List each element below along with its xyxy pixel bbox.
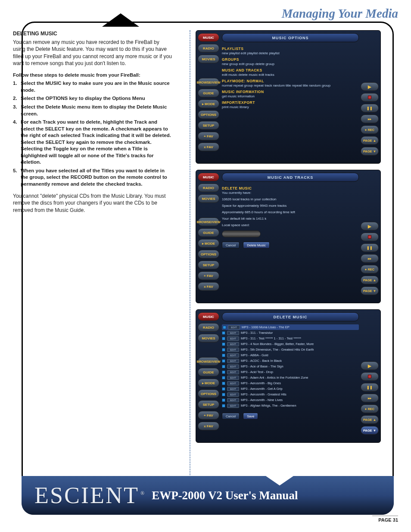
pause-button[interactable]: ❚❚ (361, 243, 379, 252)
pause-button[interactable]: ❚❚ (361, 383, 379, 392)
edit-button[interactable]: EDIT (227, 398, 239, 402)
tab-x-fav[interactable]: x FAV (198, 282, 219, 291)
tab-mode[interactable]: ▸ MODE (198, 239, 219, 248)
tab-mode[interactable]: ▸ MODE (198, 379, 219, 387)
checkbox-icon[interactable] (222, 337, 225, 340)
tab-mode[interactable]: ▸ MODE (198, 100, 219, 108)
page-down-button[interactable]: PAGE ▼ (361, 286, 379, 295)
track-row[interactable]: EDITMP3 - 311 - Test ****** 1 - 311 - Te… (222, 336, 359, 341)
checkbox-icon[interactable] (222, 404, 225, 408)
tab-guide[interactable]: GUIDE (198, 368, 219, 376)
page-down-button[interactable]: PAGE ▼ (361, 147, 379, 156)
checkbox-icon[interactable] (222, 376, 225, 380)
checkbox-icon[interactable] (222, 370, 225, 374)
tab-movies[interactable]: MOVIES (198, 55, 219, 63)
tab-setup[interactable]: SETUP (198, 261, 219, 269)
tab-music[interactable]: MUSIC (198, 33, 219, 42)
edit-button[interactable]: EDIT (227, 359, 239, 363)
track-row[interactable]: EDITMP3 - Aerosmith - Greatest Hits (222, 392, 359, 397)
skip-button[interactable]: ▸▸ (361, 394, 379, 402)
group-playlists-sub[interactable]: new playlist edit playlist delete playli… (222, 51, 359, 55)
cancel-button[interactable]: Cancel (222, 242, 240, 249)
play-button[interactable]: ▶ (361, 361, 379, 370)
checkbox-icon[interactable] (222, 398, 225, 402)
tab-plus-fav[interactable]: + FAV (198, 271, 219, 280)
tab-x-fav[interactable]: x FAV (198, 143, 219, 151)
edit-button[interactable]: EDIT (227, 404, 239, 408)
checkbox-icon[interactable] (222, 342, 225, 346)
tab-plus-fav[interactable]: + FAV (198, 132, 219, 140)
edit-button[interactable]: EDIT (227, 392, 239, 397)
tab-music[interactable]: MUSIC (198, 312, 219, 321)
checkbox-icon[interactable] (222, 387, 225, 391)
tab-movies[interactable]: MOVIES (198, 194, 219, 203)
tab-setup[interactable]: SETUP (198, 400, 219, 409)
tab-setup[interactable]: SETUP (198, 121, 219, 130)
edit-button[interactable]: EDIT (227, 348, 239, 352)
rec-button[interactable]: ● REC (361, 125, 379, 134)
tab-radio[interactable]: RADIO (198, 184, 219, 192)
tab-guide[interactable]: GUIDE (198, 89, 219, 97)
checkbox-icon[interactable] (222, 348, 225, 352)
tab-radio[interactable]: RADIO (198, 44, 219, 53)
pause-button[interactable]: ❚❚ (361, 104, 379, 112)
edit-button[interactable]: EDIT (227, 387, 239, 391)
tab-plus-fav[interactable]: + FAV (198, 411, 219, 420)
delete-music-button[interactable]: Delete Music (243, 242, 269, 249)
checkbox-icon[interactable] (223, 326, 226, 329)
edit-button[interactable]: EDIT (227, 353, 239, 358)
track-row[interactable]: EDITMP3 - Acid Test - Drop (222, 369, 359, 375)
play-button[interactable]: ▶ (361, 82, 379, 91)
track-row[interactable]: EDITMP3 - 5th Dimension, The - Greatest … (222, 347, 359, 352)
track-row[interactable]: EDITMP3 - 311 - Transistor (222, 330, 359, 336)
edit-button[interactable]: EDIT (227, 376, 239, 380)
tab-browse[interactable]: BROWSE/VIEW (198, 218, 219, 226)
play-button[interactable]: ▶ (361, 222, 379, 230)
group-music-sub[interactable]: edit music delete music edit tracks (222, 73, 359, 77)
save-button[interactable]: Save (243, 413, 258, 420)
track-row[interactable]: EDITMP3 - Adam Ant - Antics in the Forbi… (222, 375, 359, 380)
checkbox-icon[interactable] (222, 393, 225, 396)
track-row[interactable]: EDITMP3 - Aerosmith - Get A Grip (222, 386, 359, 392)
group-info-sub[interactable]: get music information (222, 94, 359, 98)
checkbox-icon[interactable] (222, 359, 225, 363)
edit-button[interactable]: EDIT (227, 381, 239, 386)
page-up-button[interactable]: PAGE ▲ (361, 415, 379, 424)
edit-button[interactable]: EDIT (227, 336, 239, 341)
rec-button[interactable]: ● REC (361, 265, 379, 274)
page-up-button[interactable]: PAGE ▲ (361, 276, 379, 284)
edit-button[interactable]: EDIT (227, 364, 239, 369)
tab-guide[interactable]: GUIDE (198, 228, 219, 237)
checkbox-icon[interactable] (222, 365, 225, 368)
track-row[interactable]: EDITMP3 - ACDC - Back In Black (222, 358, 359, 364)
tab-browse[interactable]: BROWSE/VIEW (198, 357, 219, 366)
tab-music[interactable]: MUSIC (198, 173, 219, 181)
checkbox-icon[interactable] (222, 354, 225, 357)
track-row[interactable]: EDITMP3 - Aerosmith - Nine Lives (222, 397, 359, 403)
stop-button[interactable] (361, 233, 379, 241)
tab-options[interactable]: OPTIONS (198, 389, 219, 398)
skip-button[interactable]: ▸▸ (361, 115, 379, 123)
track-row[interactable]: EDITMP3 - 1000 Mona Lisas - The EP (222, 324, 359, 330)
edit-button[interactable]: EDIT (227, 342, 239, 346)
edit-button[interactable]: EDIT (227, 370, 239, 374)
stop-button[interactable] (361, 372, 379, 381)
checkbox-icon[interactable] (222, 382, 225, 385)
track-row[interactable]: EDITMP3 - Ace of Base - The Sign (222, 364, 359, 369)
checkbox-icon[interactable] (222, 331, 225, 335)
tab-options[interactable]: OPTIONS (198, 250, 219, 258)
tab-x-fav[interactable]: x FAV (198, 422, 219, 430)
group-playmode-sub[interactable]: normal repeat group repeat track random … (222, 84, 359, 87)
edit-button[interactable]: EDIT (228, 325, 240, 330)
rec-button[interactable]: ● REC (361, 404, 379, 413)
cancel-button[interactable]: Cancel (222, 413, 240, 420)
edit-button[interactable]: EDIT (227, 331, 239, 335)
page-up-button[interactable]: PAGE ▲ (361, 136, 379, 145)
tab-radio[interactable]: RADIO (198, 323, 219, 332)
skip-button[interactable]: ▸▸ (361, 254, 379, 263)
tab-options[interactable]: OPTIONS (198, 110, 219, 119)
group-groups-sub[interactable]: new group edit group delete group (222, 62, 359, 66)
stop-button[interactable] (361, 93, 379, 102)
tab-browse[interactable]: BROWSE/VIEW (198, 78, 219, 87)
track-row[interactable]: EDITMP3 - Afghan Whigs, The - Gentlemen (222, 403, 359, 408)
